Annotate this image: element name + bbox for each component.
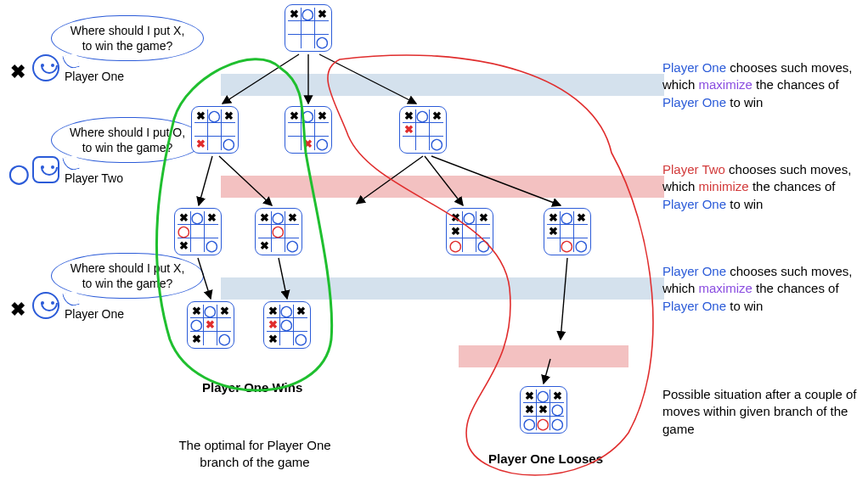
board-cell: ✖ bbox=[267, 305, 280, 318]
board-cell: ✖ bbox=[476, 211, 490, 225]
board-cell: ✖ bbox=[315, 8, 329, 21]
board-cell bbox=[208, 137, 222, 150]
board-cell bbox=[315, 21, 329, 35]
board-cell bbox=[302, 35, 315, 48]
board-l2c: ✖◯✖✖◯◯ bbox=[446, 208, 493, 255]
board-l1b: ✖◯✖✖◯ bbox=[285, 106, 332, 154]
board-cell: ✖ bbox=[267, 332, 280, 345]
board-cell: ◯ bbox=[217, 332, 231, 345]
board-cell bbox=[288, 123, 302, 137]
board-cell: ✖ bbox=[205, 211, 218, 225]
board-cell: ✖ bbox=[547, 225, 561, 238]
board-cell: ✖ bbox=[430, 109, 443, 123]
board-cell: ✖ bbox=[217, 305, 231, 318]
board-cell: ◯ bbox=[550, 417, 564, 430]
board-cell: ✖ bbox=[315, 109, 329, 123]
board-cell: ✖ bbox=[288, 8, 302, 21]
board-cell: ◯ bbox=[537, 417, 550, 430]
board-cell bbox=[205, 225, 218, 238]
player-one-face-icon bbox=[32, 54, 59, 81]
board-l1a: ✖◯✖✖◯ bbox=[191, 106, 239, 154]
board-cell: ✖ bbox=[294, 305, 307, 318]
board-cell: ✖ bbox=[194, 137, 208, 150]
board-cell bbox=[204, 332, 217, 345]
player-one-label-2: Player One bbox=[65, 307, 124, 321]
board-cell: ◯ bbox=[449, 238, 463, 252]
board-cell bbox=[272, 238, 285, 252]
board-cell: ✖ bbox=[288, 109, 302, 123]
board-cell: ◯ bbox=[550, 403, 564, 417]
o-mark-icon: ◯ bbox=[8, 163, 30, 185]
board-cell: ◯ bbox=[561, 238, 574, 252]
board-final: ✖◯✖✖✖◯◯◯◯ bbox=[520, 386, 567, 434]
red-region bbox=[328, 55, 653, 475]
board-cell: ◯ bbox=[190, 318, 204, 332]
bubble-player-one-2: Where should I put X, to win the game? bbox=[51, 253, 204, 299]
board-cell: ✖ bbox=[403, 109, 416, 123]
board-cell: ✖ bbox=[449, 225, 463, 238]
board-cell bbox=[191, 225, 205, 238]
board-cell bbox=[217, 318, 231, 332]
board-l2b: ✖◯✖◯✖◯ bbox=[255, 208, 302, 255]
player-one-face-icon-2 bbox=[32, 292, 59, 319]
board-cell: ◯ bbox=[523, 417, 537, 430]
board-cell: ◯ bbox=[280, 305, 294, 318]
board-cell bbox=[288, 137, 302, 150]
board-cell bbox=[258, 225, 272, 238]
board-cell bbox=[416, 123, 430, 137]
board-cell bbox=[463, 225, 476, 238]
board-cell: ✖ bbox=[403, 123, 416, 137]
board-cell: ◯ bbox=[561, 211, 574, 225]
x-mark-icon: ✖ bbox=[10, 61, 25, 83]
board-l2a: ✖◯✖◯✖◯ bbox=[174, 208, 222, 255]
player-two-label: Player Two bbox=[65, 171, 123, 185]
board-cell: ✖ bbox=[302, 137, 315, 150]
player-one-label-1: Player One bbox=[65, 70, 124, 83]
board-cell bbox=[194, 123, 208, 137]
board-cell bbox=[288, 35, 302, 48]
board-cell: ◯ bbox=[416, 109, 430, 123]
x-mark-icon-2: ✖ bbox=[10, 299, 25, 321]
board-cell: ✖ bbox=[537, 403, 550, 417]
board-cell: ✖ bbox=[523, 403, 537, 417]
board-cell: ✖ bbox=[258, 211, 272, 225]
board-cell: ◯ bbox=[302, 8, 315, 21]
board-cell: ◯ bbox=[302, 109, 315, 123]
board-cell: ✖ bbox=[547, 211, 561, 225]
board-cell: ◯ bbox=[280, 318, 294, 332]
board-cell: ✖ bbox=[267, 318, 280, 332]
board-cell: ✖ bbox=[258, 238, 272, 252]
board-cell: ◯ bbox=[208, 109, 222, 123]
board-cell: ◯ bbox=[537, 389, 550, 403]
board-cell bbox=[288, 21, 302, 35]
board-cell: ◯ bbox=[574, 238, 588, 252]
caption-loose: Possible situation after a couple of mov… bbox=[662, 386, 858, 438]
board-cell bbox=[285, 225, 299, 238]
board-cell: ◯ bbox=[294, 332, 307, 345]
board-cell: ✖ bbox=[178, 238, 191, 252]
board-cell bbox=[416, 137, 430, 150]
board-cell: ✖ bbox=[574, 211, 588, 225]
board-cell: ◯ bbox=[178, 225, 191, 238]
board-cell bbox=[302, 21, 315, 35]
board-cell: ◯ bbox=[315, 137, 329, 150]
board-cell: ◯ bbox=[222, 137, 235, 150]
board-cell bbox=[574, 225, 588, 238]
label-wins: Player One Wins bbox=[202, 380, 302, 395]
board-cell: ✖ bbox=[190, 305, 204, 318]
board-cell: ✖ bbox=[194, 109, 208, 123]
board-cell: ✖ bbox=[222, 109, 235, 123]
board-cell: ◯ bbox=[272, 211, 285, 225]
board-cell: ◯ bbox=[205, 238, 218, 252]
board-root: ✖◯✖◯ bbox=[285, 4, 332, 52]
board-cell: ◯ bbox=[476, 238, 490, 252]
board-cell bbox=[294, 318, 307, 332]
minimax-diagram: Player One chooses such moves, which max… bbox=[0, 0, 868, 493]
board-cell: ◯ bbox=[191, 211, 205, 225]
board-cell: ◯ bbox=[272, 225, 285, 238]
board-cell: ✖ bbox=[204, 318, 217, 332]
board-l3a: ✖◯✖◯✖✖◯ bbox=[187, 301, 234, 349]
board-cell bbox=[222, 123, 235, 137]
board-cell: ◯ bbox=[463, 211, 476, 225]
level3-band bbox=[221, 277, 664, 300]
